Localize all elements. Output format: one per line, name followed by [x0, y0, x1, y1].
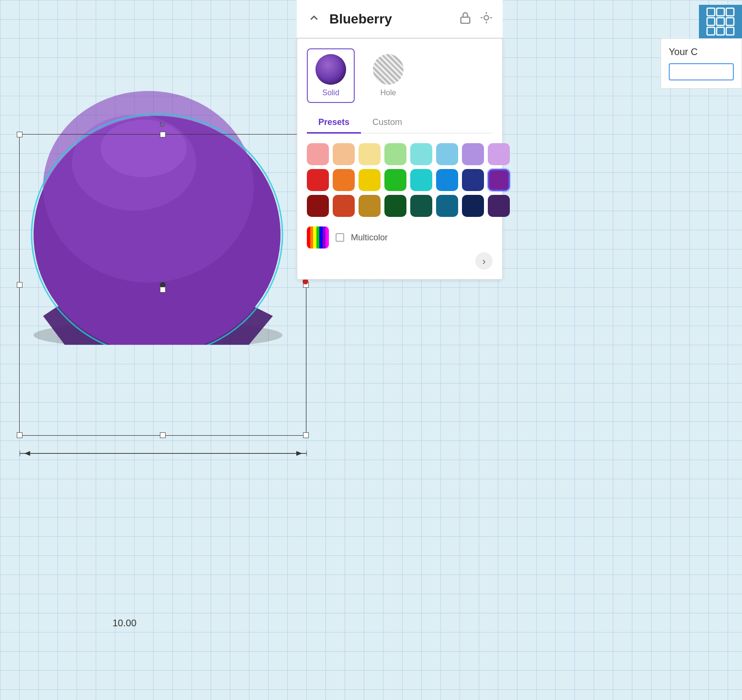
color-swatch[interactable]: [462, 143, 484, 165]
svg-rect-23: [717, 18, 724, 25]
svg-marker-12: [296, 451, 302, 456]
collapse-button[interactable]: [306, 10, 322, 28]
your-custom-input[interactable]: [669, 63, 734, 80]
svg-rect-20: [717, 8, 724, 16]
center-square[interactable]: [160, 287, 166, 293]
svg-rect-19: [707, 8, 715, 16]
color-panel: Solid Hole Presets Custom: [297, 38, 503, 280]
hole-type-button[interactable]: Hole: [364, 48, 412, 103]
color-swatch[interactable]: [359, 143, 381, 165]
color-swatch[interactable]: [436, 195, 458, 217]
svg-rect-27: [726, 27, 734, 35]
multicolor-stripe: [307, 226, 329, 248]
panel-next-button[interactable]: ›: [475, 252, 493, 270]
multicolor-checkbox[interactable]: [336, 233, 344, 242]
color-tabs: Presets Custom: [307, 113, 493, 134]
tab-presets[interactable]: Presets: [307, 113, 361, 134]
color-swatch[interactable]: [307, 169, 329, 191]
svg-marker-11: [24, 451, 30, 456]
svg-rect-22: [707, 18, 715, 25]
color-swatch[interactable]: [410, 195, 432, 217]
color-grid: [307, 143, 493, 217]
svg-rect-26: [717, 27, 724, 35]
multicolor-row: Multicolor: [307, 226, 493, 248]
color-row-2: [307, 169, 493, 191]
color-swatch[interactable]: [359, 169, 381, 191]
handle-bottom-right[interactable]: [303, 432, 309, 438]
color-swatch[interactable]: [410, 169, 432, 191]
color-swatch[interactable]: [359, 195, 381, 217]
color-swatch[interactable]: [488, 143, 510, 165]
color-swatch[interactable]: [436, 169, 458, 191]
color-swatch[interactable]: [436, 143, 458, 165]
tab-custom[interactable]: Custom: [361, 113, 414, 134]
svg-rect-13: [461, 17, 470, 23]
color-swatch[interactable]: [462, 169, 484, 191]
color-swatch[interactable]: [333, 195, 355, 217]
handle-top-mid[interactable]: [160, 132, 166, 137]
color-swatch[interactable]: [410, 143, 432, 165]
color-swatch[interactable]: [333, 169, 355, 191]
solid-label: Solid: [322, 89, 339, 97]
panel-arrow: ›: [307, 248, 493, 270]
bounding-box: ↻: [19, 134, 306, 436]
svg-rect-24: [726, 18, 734, 25]
color-swatch[interactable]: [307, 143, 329, 165]
color-swatch[interactable]: [462, 195, 484, 217]
multicolor-label: Multicolor: [351, 233, 388, 243]
color-swatch[interactable]: [384, 143, 406, 165]
svg-rect-21: [726, 8, 734, 16]
solid-icon: [315, 54, 346, 85]
color-swatch[interactable]: [488, 195, 510, 217]
svg-rect-25: [707, 27, 715, 35]
color-row-1: [307, 143, 493, 165]
grid-icon-button[interactable]: [699, 5, 742, 38]
color-swatch[interactable]: [384, 169, 406, 191]
solid-type-button[interactable]: Solid: [307, 48, 355, 103]
color-swatch-selected[interactable]: [488, 169, 510, 191]
your-custom-label: Your C: [669, 46, 734, 57]
rotate-handle[interactable]: ↻: [159, 120, 167, 128]
shape-header: Blueberry: [297, 0, 503, 38]
light-icon[interactable]: [480, 11, 493, 27]
color-swatch[interactable]: [333, 143, 355, 165]
hole-icon: [373, 54, 404, 85]
your-custom-panel: Your C: [661, 38, 742, 89]
shape-container: ↻: [14, 105, 321, 421]
handle-bottom-left[interactable]: [17, 432, 22, 438]
color-swatch[interactable]: [384, 195, 406, 217]
hole-label: Hole: [381, 89, 396, 97]
lock-icon[interactable]: [459, 11, 472, 27]
shape-title: Blueberry: [329, 11, 451, 27]
svg-point-14: [484, 15, 488, 20]
handle-top-left[interactable]: [17, 132, 22, 137]
handle-bottom-mid[interactable]: [160, 432, 166, 438]
color-row-3: [307, 195, 493, 217]
handle-mid-left[interactable]: [17, 282, 22, 288]
dimension-arrow: [20, 449, 307, 458]
color-swatch[interactable]: [307, 195, 329, 217]
shape-type-row: Solid Hole: [307, 48, 493, 103]
